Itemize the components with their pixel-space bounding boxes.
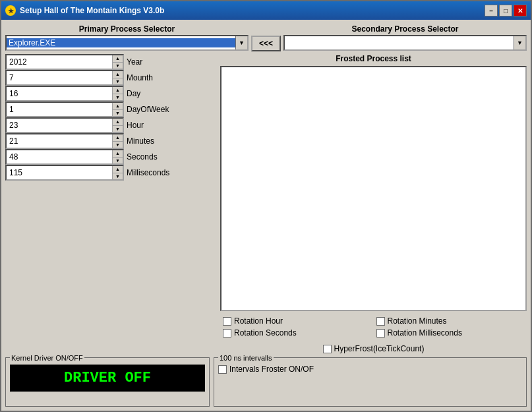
spinner-day[interactable]: ▲ ▼ (5, 86, 124, 102)
bottom-area: Kernel Driver ON/OFF DRIVER OFF 100 ns i… (5, 357, 527, 407)
spinner-arrows-minutes: ▲ ▼ (112, 134, 123, 148)
spinner-row-year: ▲ ▼ Year (5, 54, 216, 70)
spinner-year[interactable]: ▲ ▼ (5, 54, 124, 70)
spinner-down-seconds[interactable]: ▼ (113, 158, 123, 164)
main-window: ★ Setup Hall of The Montain Kings V3.0b … (0, 0, 532, 412)
spinner-row-milliseconds: ▲ ▼ Milliseconds (5, 165, 216, 181)
spinner-up-day[interactable]: ▲ (113, 87, 123, 94)
primary-process-section: Primary Process Selector ▼ (5, 24, 249, 51)
spinner-up-dayofweek[interactable]: ▲ (113, 103, 123, 110)
spinner-down-day[interactable]: ▼ (113, 94, 123, 101)
kernel-box: Kernel Driver ON/OFF DRIVER OFF (5, 357, 210, 407)
spinner-input-month[interactable] (7, 71, 112, 84)
field-label-milliseconds: Milliseconds (127, 168, 186, 177)
spinner-up-hour[interactable]: ▲ (113, 119, 123, 126)
field-label-seconds: Seconds (127, 152, 186, 162)
frosted-list-label: Frosted Process list (220, 54, 527, 63)
spinner-month[interactable]: ▲ ▼ (5, 70, 124, 86)
maximize-button[interactable]: □ (499, 5, 512, 16)
spinner-down-dayofweek[interactable]: ▼ (113, 110, 123, 117)
spinner-arrows-dayofweek: ▲ ▼ (112, 103, 123, 116)
kernel-title: Kernel Driver ON/OFF (10, 354, 84, 362)
right-panel: Frosted Process list Rotation Hour Rotat… (220, 54, 527, 355)
primary-process-label: Primary Process Selector (5, 24, 249, 34)
spinner-arrows-month: ▲ ▼ (112, 71, 123, 84)
minimize-button[interactable]: – (485, 5, 498, 16)
spinner-hour[interactable]: ▲ ▼ (5, 117, 124, 133)
spinner-input-year[interactable] (7, 55, 112, 69)
checkbox-label-rotation-seconds: Rotation Seconds (234, 328, 297, 338)
spinner-arrows-day: ▲ ▼ (112, 87, 123, 100)
main-area: ▲ ▼ Year ▲ ▼ Mounth ▲ ▼ Day ▲ (5, 54, 527, 355)
secondary-process-input[interactable] (285, 38, 514, 47)
field-label-hour: Hour (127, 121, 186, 130)
content-area: Primary Process Selector ▼ <<< Secondary… (1, 20, 531, 411)
checkbox-rotation-minutes[interactable] (376, 317, 385, 326)
spinner-down-month[interactable]: ▼ (113, 78, 123, 85)
spinner-up-minutes[interactable]: ▲ (113, 134, 123, 142)
title-bar: ★ Setup Hall of The Montain Kings V3.0b … (1, 1, 531, 20)
spinner-down-hour[interactable]: ▼ (113, 126, 123, 132)
title-bar-left: ★ Setup Hall of The Montain Kings V3.0b (5, 5, 164, 16)
intervals-label: Intervals Froster ON/OF (229, 365, 314, 374)
spinners-container: ▲ ▼ Year ▲ ▼ Mounth ▲ ▼ Day ▲ (5, 54, 216, 181)
checkbox-row-rotation-seconds: Rotation Seconds (223, 328, 371, 338)
checkboxes-area: Rotation Hour Rotation Minutes Rotation … (220, 314, 527, 340)
spinner-down-year[interactable]: ▼ (113, 63, 123, 69)
spinner-minutes[interactable]: ▲ ▼ (5, 133, 124, 149)
checkbox-rotation-milliseconds[interactable] (376, 329, 385, 338)
spinner-down-minutes[interactable]: ▼ (113, 142, 123, 148)
spinner-row-month: ▲ ▼ Mounth (5, 70, 216, 86)
hyper-frost-row: HyperFrost(IceTickCount) (220, 343, 527, 355)
field-label-year: Year (127, 57, 186, 67)
spinner-input-hour[interactable] (7, 119, 112, 132)
nav-button[interactable]: <<< (251, 36, 281, 51)
spinner-arrows-milliseconds: ▲ ▼ (112, 166, 123, 179)
spinner-arrows-hour: ▲ ▼ (112, 119, 123, 132)
checkbox-row-rotation-hour: Rotation Hour (223, 316, 371, 326)
checkbox-rotation-seconds[interactable] (223, 329, 231, 338)
checkbox-rotation-hour[interactable] (223, 317, 231, 326)
spinner-input-dayofweek[interactable] (7, 103, 112, 116)
secondary-process-combo[interactable]: ▼ (283, 35, 527, 51)
spinner-row-day: ▲ ▼ Day (5, 86, 216, 102)
primary-process-input[interactable] (7, 38, 235, 47)
spinner-row-hour: ▲ ▼ Hour (5, 117, 216, 133)
checkbox-label-rotation-hour: Rotation Hour (234, 316, 283, 326)
driver-status: DRIVER OFF (10, 365, 205, 392)
secondary-process-dropdown-btn[interactable]: ▼ (514, 36, 525, 49)
intervals-checkbox[interactable] (218, 365, 227, 374)
spinner-up-seconds[interactable]: ▲ (113, 150, 123, 158)
title-buttons: – □ ✕ (485, 5, 527, 16)
checkbox-row-rotation-minutes: Rotation Minutes (376, 316, 525, 326)
spinner-seconds[interactable]: ▲ ▼ (5, 149, 124, 165)
spinner-input-milliseconds[interactable] (7, 166, 112, 179)
spinner-dayofweek[interactable]: ▲ ▼ (5, 102, 124, 117)
spinner-arrows-year: ▲ ▼ (112, 55, 123, 69)
spinner-row-seconds: ▲ ▼ Seconds (5, 149, 216, 165)
checkbox-row-rotation-milliseconds: Rotation Milliseconds (376, 328, 525, 338)
primary-process-dropdown-btn[interactable]: ▼ (235, 36, 247, 49)
spinner-input-day[interactable] (7, 87, 112, 100)
field-label-month: Mounth (127, 73, 186, 82)
checkbox-label-rotation-minutes: Rotation Minutes (388, 316, 447, 326)
secondary-process-label: Secondary Process Selector (283, 24, 527, 34)
spinner-up-year[interactable]: ▲ (113, 55, 123, 63)
intervals-title: 100 ns intervalls (218, 354, 274, 362)
primary-process-combo[interactable]: ▼ (5, 35, 249, 51)
spinner-up-month[interactable]: ▲ (113, 71, 123, 78)
spinner-milliseconds[interactable]: ▲ ▼ (5, 165, 124, 181)
intervals-box: 100 ns intervalls Intervals Froster ON/O… (214, 357, 527, 407)
secondary-process-section: Secondary Process Selector ▼ (283, 24, 527, 51)
intervals-content: Intervals Froster ON/OF (218, 365, 522, 374)
spinner-up-milliseconds[interactable]: ▲ (113, 166, 123, 173)
spinner-down-milliseconds[interactable]: ▼ (113, 173, 123, 180)
spinner-input-seconds[interactable] (7, 150, 112, 163)
field-label-day: Day (127, 89, 186, 98)
left-panel: ▲ ▼ Year ▲ ▼ Mounth ▲ ▼ Day ▲ (5, 54, 216, 355)
spinner-input-minutes[interactable] (7, 134, 112, 148)
spinner-row-minutes: ▲ ▼ Minutes (5, 133, 216, 149)
hyper-frost-checkbox[interactable] (323, 345, 332, 353)
close-button[interactable]: ✕ (514, 5, 527, 16)
window-title: Setup Hall of The Montain Kings V3.0b (20, 6, 164, 15)
